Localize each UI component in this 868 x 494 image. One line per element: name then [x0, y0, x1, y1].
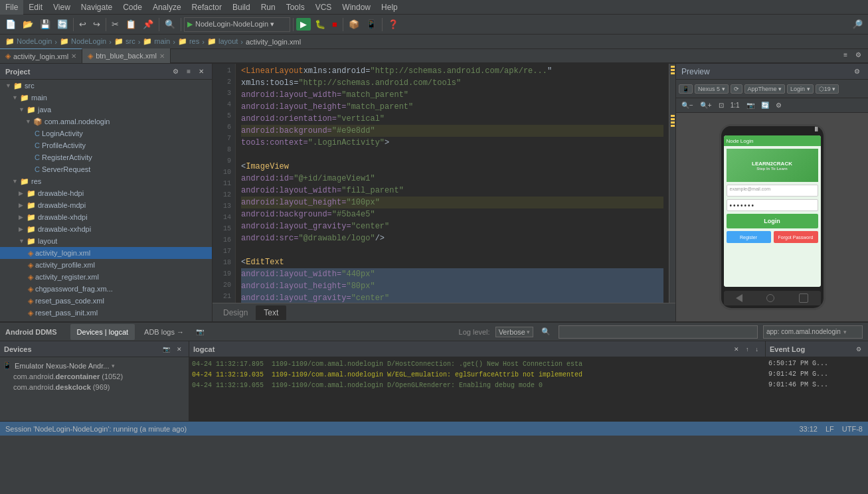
phone-forgot-btn[interactable]: Forgot Password — [774, 231, 818, 243]
logcat-scroll-down-btn[interactable]: ↓ — [753, 344, 762, 355]
tree-item-registeractivity[interactable]: C RegisterActivity — [0, 151, 212, 163]
code-content[interactable]: <LinearLayout xmlns:android="http://sche… — [236, 64, 669, 303]
menu-navigate[interactable]: Navigate — [76, 0, 118, 15]
stop-btn[interactable]: ■ — [329, 17, 340, 33]
breadcrumb-nodelogin2[interactable]: 📁 NodeLogin — [60, 37, 106, 46]
tree-item-drawable-xhdpi[interactable]: ▶ 📁 drawable-xhdpi — [0, 211, 212, 223]
tree-item-profileactivity[interactable]: C ProfileActivity — [0, 139, 212, 151]
phone-login-btn[interactable]: Login — [727, 214, 818, 228]
tree-item-package[interactable]: ▼ 📦 com.amal.nodelogin — [0, 116, 212, 127]
search-btn[interactable]: 🔍 — [162, 17, 178, 33]
ddms-tab-adb[interactable]: ADB logs → — [137, 324, 191, 340]
tree-item-activity-login[interactable]: ◈ activity_login.xml — [0, 247, 212, 259]
refresh-preview-btn[interactable]: 🔄 — [758, 98, 772, 114]
menu-view[interactable]: View — [48, 0, 76, 15]
menu-code[interactable]: Code — [118, 0, 147, 15]
tree-item-drawable-xxhdpi[interactable]: ▶ 📁 drawable-xxhdpi — [0, 223, 212, 235]
run-config-dropdown[interactable]: ▶ NodeLogin-NodeLogin ▾ — [184, 17, 290, 32]
menu-build[interactable]: Build — [227, 0, 256, 15]
menu-run[interactable]: Run — [256, 0, 281, 15]
preview-theme-btn[interactable]: AppTheme ▾ — [744, 84, 786, 94]
zoom-in-btn[interactable]: 🔍+ — [697, 98, 715, 114]
tree-item-reset-pass-code[interactable]: ◈ reset_pass_code.xml — [0, 295, 212, 307]
menu-file[interactable]: File — [0, 0, 23, 15]
preview-locale-btn[interactable]: Login ▾ — [787, 84, 814, 94]
menu-analyze[interactable]: Analyze — [147, 0, 187, 15]
tab-design[interactable]: Design — [215, 305, 256, 320]
logcat-search-input[interactable] — [559, 325, 758, 339]
camera-device-btn[interactable]: 📷 — [160, 344, 173, 355]
device-emulator-item[interactable]: 📱 Emulator Nexus-Node Andr... ▾ — [3, 360, 186, 371]
tab-btn-blue-back[interactable]: ◈ btn_blue_back.xml ✕ — [82, 48, 171, 63]
tree-item-res[interactable]: ▼ 📁 res — [0, 175, 212, 187]
menu-help[interactable]: Help — [376, 0, 403, 15]
menu-refactor[interactable]: Refactor — [187, 0, 227, 15]
event-log-settings-btn[interactable]: ⚙ — [853, 344, 864, 355]
screenshot-btn[interactable]: 📷 — [193, 324, 207, 340]
phone-register-btn[interactable]: Register — [727, 231, 771, 243]
breadcrumb-nodelogin1[interactable]: 📁 NodeLogin — [5, 37, 52, 46]
preview-api-btn[interactable]: ⬡19 ▾ — [816, 84, 839, 94]
editor-config-btn[interactable]: ≡ — [841, 46, 850, 62]
process-1[interactable]: com.android.dercontainer (1052) — [3, 371, 186, 382]
breadcrumb-layout[interactable]: 📁 layout — [207, 37, 238, 46]
preview-orientation-btn[interactable]: ⟳ — [731, 84, 742, 94]
zoom-out-btn[interactable]: 🔍− — [679, 98, 696, 114]
menu-window[interactable]: Window — [337, 0, 376, 15]
tree-item-activity-profile[interactable]: ◈ activity_profile.xml — [0, 259, 212, 271]
project-settings-btn[interactable]: ⚙ — [170, 66, 181, 78]
tree-item-activity-register[interactable]: ◈ activity_register.xml — [0, 271, 212, 283]
tree-item-layout[interactable]: ▼ 📁 layout — [0, 235, 212, 247]
copy-btn[interactable]: 📋 — [123, 17, 139, 33]
log-level-select[interactable]: Verbose ▾ — [495, 327, 533, 337]
breadcrumb-res[interactable]: 📁 res — [178, 37, 199, 46]
close-devices-btn[interactable]: ✕ — [174, 344, 185, 355]
help-btn[interactable]: ❓ — [385, 17, 401, 33]
tree-item-chgpassword[interactable]: ◈ chgpassword_frag.xm... — [0, 283, 212, 295]
app-filter[interactable]: app: com.amal.nodelogin ▾ — [763, 325, 863, 339]
tab-close-btn-blue-back[interactable]: ✕ — [159, 52, 165, 60]
save-btn[interactable]: 💾 — [37, 17, 53, 33]
tree-item-src[interactable]: ▼ 📁 src — [0, 80, 212, 92]
debug-btn[interactable]: 🐛 — [312, 17, 328, 33]
avd-manager-btn[interactable]: 📱 — [363, 17, 379, 33]
tab-text[interactable]: Text — [256, 305, 286, 320]
editor-settings-btn[interactable]: ⚙ — [853, 46, 864, 62]
preview-settings-btn[interactable]: ⚙ — [851, 64, 863, 80]
run-button[interactable]: ▶ — [296, 18, 311, 31]
tree-item-loginactivity[interactable]: C LoginActivity — [0, 127, 212, 139]
preview-config-btn[interactable]: ⚙ — [773, 98, 784, 114]
sync-btn[interactable]: 🔄 — [54, 17, 70, 33]
project-close-btn[interactable]: ✕ — [196, 66, 207, 78]
preview-nexus-btn[interactable]: Nexus 5 ▾ — [695, 84, 729, 94]
breadcrumb-file[interactable]: activity_login.xml — [246, 38, 301, 46]
tab-close-activity-login[interactable]: ✕ — [71, 52, 76, 60]
menu-tools[interactable]: Tools — [281, 0, 310, 15]
process-2[interactable]: com.android.deskclock (969) — [3, 382, 186, 392]
redo-btn[interactable]: ↪ — [90, 17, 103, 33]
breadcrumb-src[interactable]: 📁 src — [114, 37, 135, 46]
camera-btn[interactable]: 📷 — [744, 98, 757, 114]
menu-vcs[interactable]: VCS — [310, 0, 337, 15]
paste-btn[interactable]: 📌 — [140, 17, 156, 33]
tab-activity-login[interactable]: ◈ activity_login.xml ✕ — [0, 48, 82, 63]
tree-item-serverrequest[interactable]: C ServerRequest — [0, 163, 212, 175]
logcat-search-btn[interactable]: 🔍 — [539, 324, 553, 340]
logcat-clear-btn[interactable]: ✕ — [731, 344, 742, 355]
new-file-btn[interactable]: 📄 — [3, 17, 19, 33]
phone-email-input[interactable]: example@mail.com — [727, 185, 818, 197]
zoom-fit-btn[interactable]: ⊡ — [716, 98, 727, 114]
preview-device-btn[interactable]: 📱 — [679, 84, 693, 94]
logcat-content[interactable]: 04-24 11:32:17.895 1109-1109/com.amal.no… — [189, 357, 765, 421]
tree-item-drawable-mdpi[interactable]: ▶ 📁 drawable-mdpi — [0, 199, 212, 211]
zoom-100-btn[interactable]: 1:1 — [728, 98, 742, 114]
ddms-tab-devices[interactable]: Devices | logcat — [70, 324, 135, 340]
logcat-scroll-up-btn[interactable]: ↑ — [743, 344, 752, 355]
project-collapse-btn[interactable]: ≡ — [184, 66, 193, 78]
breadcrumb-main[interactable]: 📁 main — [143, 37, 170, 46]
undo-btn[interactable]: ↩ — [76, 17, 89, 33]
tree-item-java[interactable]: ▼ 📁 java — [0, 104, 212, 116]
tree-item-main[interactable]: ▼ 📁 main — [0, 92, 212, 104]
tree-item-drawable-hdpi[interactable]: ▶ 📁 drawable-hdpi — [0, 187, 212, 199]
sdk-manager-btn[interactable]: 📦 — [346, 17, 362, 33]
